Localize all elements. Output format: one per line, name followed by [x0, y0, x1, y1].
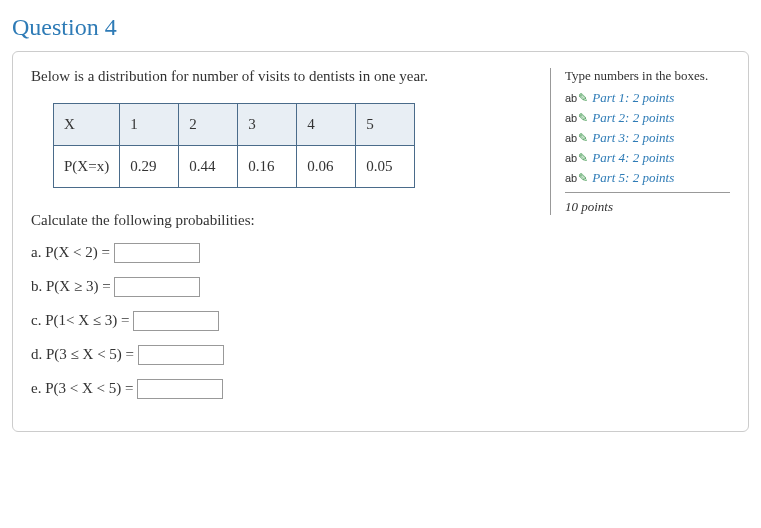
table-cell: 3 — [238, 104, 297, 146]
item-c: c. P(1< X ≤ 3) = — [31, 311, 532, 331]
table-row: X 1 2 3 4 5 — [54, 104, 415, 146]
table-row: P(X=x) 0.29 0.44 0.16 0.06 0.05 — [54, 146, 415, 188]
table-cell: X — [54, 104, 120, 146]
item-a-label: a. P(X < 2) = — [31, 244, 110, 260]
part-3: ab✎ Part 3: 2 points — [565, 130, 730, 146]
item-b: b. P(X ≥ 3) = — [31, 277, 532, 297]
item-e: e. P(3 < X < 5) = — [31, 379, 532, 399]
part-5-label: Part 5: 2 points — [592, 170, 674, 186]
total-points: 10 points — [565, 192, 730, 215]
item-e-label: e. P(3 < X < 5) = — [31, 380, 133, 396]
answer-d-input[interactable] — [138, 345, 224, 365]
item-d-label: d. P(3 ≤ X < 5) = — [31, 346, 134, 362]
table-cell: P(X=x) — [54, 146, 120, 188]
question-panel: Below is a distribution for number of vi… — [12, 51, 749, 432]
edit-icon: ab✎ — [565, 171, 588, 185]
answer-a-input[interactable] — [114, 243, 200, 263]
side-column: Type numbers in the boxes. ab✎ Part 1: 2… — [550, 68, 730, 215]
part-3-label: Part 3: 2 points — [592, 130, 674, 146]
item-c-label: c. P(1< X ≤ 3) = — [31, 312, 129, 328]
part-4: ab✎ Part 4: 2 points — [565, 150, 730, 166]
table-cell: 0.06 — [297, 146, 356, 188]
edit-icon: ab✎ — [565, 151, 588, 165]
table-cell: 5 — [356, 104, 415, 146]
side-hint: Type numbers in the boxes. — [565, 68, 730, 84]
part-5: ab✎ Part 5: 2 points — [565, 170, 730, 186]
part-4-label: Part 4: 2 points — [592, 150, 674, 166]
table-cell: 0.44 — [179, 146, 238, 188]
calculate-prompt: Calculate the following probabilities: — [31, 212, 532, 229]
question-title: Question 4 — [12, 14, 749, 41]
part-2: ab✎ Part 2: 2 points — [565, 110, 730, 126]
answer-c-input[interactable] — [133, 311, 219, 331]
edit-icon: ab✎ — [565, 131, 588, 145]
table-cell: 2 — [179, 104, 238, 146]
table-cell: 4 — [297, 104, 356, 146]
part-2-label: Part 2: 2 points — [592, 110, 674, 126]
answer-b-input[interactable] — [114, 277, 200, 297]
part-1: ab✎ Part 1: 2 points — [565, 90, 730, 106]
edit-icon: ab✎ — [565, 111, 588, 125]
distribution-table: X 1 2 3 4 5 P(X=x) 0.29 0.44 0.16 0.06 0… — [53, 103, 415, 188]
table-cell: 1 — [120, 104, 179, 146]
main-column: Below is a distribution for number of vi… — [31, 68, 532, 413]
table-cell: 0.29 — [120, 146, 179, 188]
edit-icon: ab✎ — [565, 91, 588, 105]
prompt-text: Below is a distribution for number of vi… — [31, 68, 532, 85]
part-1-label: Part 1: 2 points — [592, 90, 674, 106]
table-cell: 0.05 — [356, 146, 415, 188]
item-b-label: b. P(X ≥ 3) = — [31, 278, 111, 294]
table-cell: 0.16 — [238, 146, 297, 188]
item-a: a. P(X < 2) = — [31, 243, 532, 263]
answer-e-input[interactable] — [137, 379, 223, 399]
item-d: d. P(3 ≤ X < 5) = — [31, 345, 532, 365]
